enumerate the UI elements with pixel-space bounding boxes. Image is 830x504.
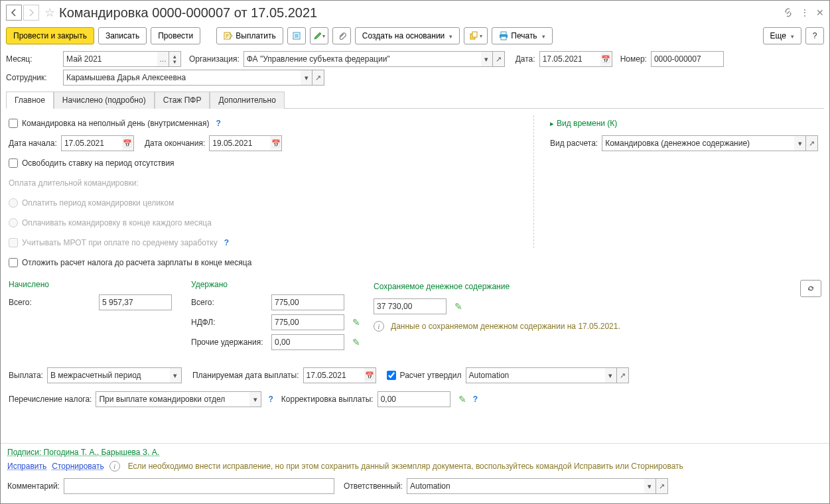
- responsible-field[interactable]: Automation: [407, 478, 644, 494]
- tax-transfer-dropdown[interactable]: ▾: [249, 391, 261, 407]
- more-icon[interactable]: ⋮: [800, 7, 809, 18]
- payment-mode-dropdown[interactable]: ▾: [170, 367, 182, 383]
- withheld-total-label: Всего:: [191, 298, 267, 307]
- nav-back[interactable]: [6, 5, 22, 21]
- withheld-head: Удержано: [191, 280, 360, 289]
- link-icon[interactable]: [783, 7, 794, 18]
- print-button[interactable]: Печать: [492, 27, 552, 44]
- pay-button[interactable]: Выплатить: [216, 27, 283, 44]
- window-title: Командировка 0000-000007 от 17.05.2021: [59, 5, 783, 21]
- employee-dropdown[interactable]: ▾: [301, 70, 312, 86]
- tab-pfr[interactable]: Стаж ПФР: [155, 92, 210, 109]
- signatures-link[interactable]: Подписи: Погодина Т. А., Барышева З. А.: [7, 448, 159, 457]
- date-field[interactable]: 17.05.2021: [539, 51, 600, 67]
- post-button[interactable]: Провести: [151, 27, 200, 44]
- approved-by-dropdown[interactable]: ▾: [605, 367, 617, 383]
- calc-type-dropdown[interactable]: ▾: [794, 135, 806, 151]
- post-and-close-button[interactable]: Провести и закрыть: [6, 27, 94, 44]
- more-button[interactable]: Еще: [763, 27, 801, 44]
- calc-type-open[interactable]: [806, 135, 818, 151]
- planned-date-calendar[interactable]: [364, 367, 376, 383]
- payment-label: Выплата:: [9, 371, 43, 380]
- tax-transfer-field[interactable]: При выплате командировки отдел: [96, 391, 249, 407]
- kept-head: Сохраняемое денежное содержание: [374, 282, 800, 291]
- corr-field[interactable]: 0,00: [378, 391, 450, 407]
- time-kind-link[interactable]: Вид времени (К): [550, 119, 617, 128]
- month-clear[interactable]: …: [157, 51, 169, 67]
- create-based-button[interactable]: Создать на основании: [355, 27, 460, 44]
- svg-rect-6: [501, 36, 506, 40]
- pay-whole-radio: Оплатить период командировки целиком: [9, 198, 174, 208]
- pencil-icon[interactable]: ✎: [458, 394, 466, 405]
- attach-icon-button[interactable]: [332, 27, 351, 44]
- kept-value-field[interactable]: 37 730,00: [374, 298, 447, 314]
- edit-icon-button[interactable]: ▾: [310, 27, 328, 44]
- other-withheld-label: Прочие удержания:: [191, 338, 267, 347]
- payment-mode-field[interactable]: В межрасчетный период: [47, 367, 170, 383]
- number-field[interactable]: 0000-000007: [651, 51, 724, 67]
- partial-day-checkbox[interactable]: Командировка на неполный день (внутрисме…: [9, 119, 209, 128]
- approved-by-field[interactable]: Automation: [466, 367, 605, 383]
- responsible-label: Ответственный:: [344, 481, 403, 491]
- responsible-open[interactable]: [656, 478, 668, 494]
- kept-note: Данные о сохраняемом денежном содержании…: [391, 322, 620, 331]
- favorite-icon[interactable]: ☆: [44, 5, 55, 20]
- approved-by-open[interactable]: [617, 367, 629, 383]
- comment-field[interactable]: [64, 478, 334, 494]
- delay-tax-checkbox[interactable]: Отложить расчет налога до расчета зарпла…: [9, 258, 251, 267]
- help-icon[interactable]: ?: [224, 238, 229, 247]
- tab-accrued[interactable]: Начислено (подробно): [54, 92, 155, 109]
- help-icon[interactable]: ?: [216, 119, 220, 128]
- footer-info-text: Если необходимо внести исправление, но п…: [128, 462, 683, 471]
- close-icon[interactable]: ✕: [816, 7, 824, 18]
- calc-type-label: Вид расчета:: [550, 139, 598, 148]
- pay-monthly-radio: Оплачивать командировку в конце каждого …: [9, 218, 212, 227]
- accrued-total-label: Всего:: [9, 298, 95, 307]
- pencil-icon[interactable]: ✎: [352, 317, 360, 328]
- help-button[interactable]: ?: [805, 27, 824, 44]
- storno-link[interactable]: Сторнировать: [52, 462, 104, 471]
- month-field[interactable]: Май 2021: [63, 51, 157, 67]
- fix-link[interactable]: Исправить: [7, 462, 46, 471]
- mrot-checkbox: Учитывать МРОТ при оплате по среднему за…: [9, 238, 218, 247]
- end-date-calendar[interactable]: [270, 135, 282, 151]
- save-button[interactable]: Записать: [98, 27, 147, 44]
- org-dropdown[interactable]: ▾: [481, 51, 493, 67]
- pencil-icon[interactable]: ✎: [352, 337, 360, 347]
- nav-forward: [23, 5, 39, 21]
- number-label: Номер:: [620, 54, 647, 64]
- comment-label: Комментарий:: [7, 481, 60, 491]
- end-date-field[interactable]: 19.05.2021: [209, 135, 270, 151]
- copy-icon-button[interactable]: ▾: [464, 27, 488, 44]
- other-withheld-field[interactable]: 0,00: [271, 334, 344, 350]
- date-calendar[interactable]: [600, 51, 612, 67]
- help-icon[interactable]: ?: [473, 395, 478, 404]
- refresh-button[interactable]: [800, 280, 821, 297]
- tab-main[interactable]: Главное: [6, 92, 54, 109]
- svg-rect-3: [472, 32, 477, 37]
- corr-label: Корректировка выплаты:: [281, 395, 374, 404]
- employee-label: Сотрудник:: [6, 73, 59, 82]
- org-open[interactable]: [493, 51, 505, 67]
- release-rate-checkbox[interactable]: Освободить ставку на период отсутствия: [9, 158, 174, 168]
- responsible-dropdown[interactable]: ▾: [644, 478, 656, 494]
- month-spinner[interactable]: ▴▾: [169, 51, 181, 67]
- employee-field[interactable]: Карамышева Дарья Алексеевна: [63, 70, 301, 86]
- long-trip-label: Оплата длительной командировки:: [9, 174, 533, 192]
- date-label: Дата:: [516, 54, 535, 64]
- planned-date-field[interactable]: 17.05.2021: [303, 367, 364, 383]
- tab-more[interactable]: Дополнительно: [210, 92, 284, 109]
- accrued-total-field[interactable]: 5 957,37: [99, 294, 172, 310]
- calc-type-field[interactable]: Командировка (денежное содержание): [602, 135, 794, 151]
- employee-open[interactable]: [312, 70, 324, 86]
- ndfl-field[interactable]: 775,00: [271, 314, 344, 330]
- help-icon[interactable]: ?: [268, 395, 273, 404]
- list-icon-button[interactable]: [287, 27, 306, 44]
- withheld-total-field[interactable]: 775,00: [271, 294, 344, 310]
- approved-checkbox[interactable]: Расчет утвердил: [387, 371, 462, 380]
- org-field[interactable]: ФА "Управление субъекта федерации": [243, 51, 481, 67]
- start-date-calendar[interactable]: [122, 135, 134, 151]
- accrued-head: Начислено: [9, 280, 178, 289]
- pencil-icon[interactable]: ✎: [454, 301, 462, 312]
- start-date-field[interactable]: 17.05.2021: [61, 135, 122, 151]
